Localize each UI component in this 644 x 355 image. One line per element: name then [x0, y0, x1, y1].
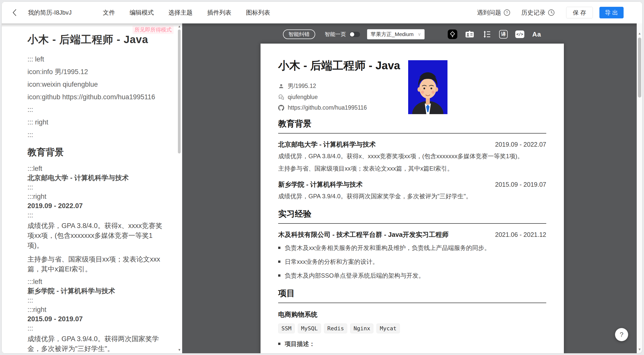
scroll-up-icon[interactable]: ▲ — [637, 31, 642, 35]
tech-tag: Redis — [324, 324, 347, 333]
document-title: 我的简历-I8JbvJ — [28, 9, 72, 17]
bullet-icon — [278, 261, 280, 263]
editor-scrollbar-thumb[interactable] — [178, 29, 181, 153]
code-button[interactable]: </> — [515, 30, 524, 38]
scroll-up-icon[interactable]: ▲ — [178, 24, 181, 28]
history-clock-icon — [548, 9, 555, 16]
project-tags: SSM MySQL Redis Nginx Mycat — [278, 324, 546, 333]
feedback-link[interactable]: 遇到问题 ? — [477, 9, 510, 17]
section-heading-internship: 实习经验 — [278, 208, 546, 224]
scroll-down-icon[interactable]: ▼ — [637, 347, 642, 351]
education-paragraph: 成绩优异，GPA 3.8/4.0。获得x、xxxx竞赛奖项xx项，(包含xxxx… — [278, 151, 546, 161]
translate-button[interactable]: 译 — [499, 30, 508, 39]
bullet-text: 负责木及内部SSO单点登录系统后端的架构与开发。 — [285, 271, 425, 281]
scroll-down-icon[interactable]: ▼ — [178, 348, 181, 352]
line-spacing-icon — [483, 30, 491, 38]
window-scrollbar[interactable]: ▲ ▼ — [637, 23, 642, 353]
editor-line[interactable]: 2019.09 - 2022.07 — [27, 202, 168, 210]
bullet-item: 负责木及xx业务相关服务的开发和重构及维护，负责线上产品端服务的同步。 — [278, 243, 546, 253]
editor-line[interactable]: icon:info 男/1995.12 — [27, 68, 168, 76]
markdown-editor-pane[interactable]: 所见即所得模式 小木 - 后端工程师 - Java ::: left icon:… — [2, 23, 182, 353]
svg-text:?: ? — [506, 11, 508, 15]
font-select[interactable]: 苹果方正_Medium ∨ — [367, 29, 425, 39]
editor-line[interactable]: ::: — [27, 325, 168, 332]
editor-line[interactable]: 新乡学院 - 计算机科学与技术 — [27, 287, 168, 295]
person-icon — [278, 83, 284, 89]
app-header: 我的简历-I8JbvJ 文件 编辑模式 选择主题 插件列表 图标列表 遇到问题 … — [2, 2, 642, 23]
contact-text: 男/1995.12 — [288, 82, 316, 90]
bullet-item: 项目描述： — [278, 339, 546, 349]
smart-correct-button[interactable]: 智能纠错 — [283, 29, 315, 39]
theme-diamond-icon — [449, 31, 456, 38]
toggle-knob — [350, 32, 354, 37]
menu-theme[interactable]: 选择主题 — [168, 9, 192, 17]
date-range: 2021.06 - 2021.12 — [495, 231, 546, 238]
font-select-value: 苹果方正_Medium — [371, 31, 413, 38]
editor-line[interactable]: ::: — [27, 106, 168, 113]
resume-photo — [408, 60, 447, 114]
editor-heading2-education[interactable]: 教育背景 — [27, 146, 168, 158]
menu-icons[interactable]: 图标列表 — [246, 9, 270, 17]
editor-line[interactable]: icon:github https://github.com/hua199511… — [27, 93, 168, 101]
preview-pane: 智能纠错 智能一页 苹果方正_Medium ∨ — [182, 23, 642, 353]
editor-line[interactable]: icon:weixin qiufengblue — [27, 81, 168, 88]
editor-line[interactable]: :::left — [27, 278, 168, 285]
preview-toolbar: 智能纠错 智能一页 苹果方正_Medium ∨ — [182, 23, 642, 42]
project-name: 电商购物系统 — [278, 310, 546, 319]
editor-line[interactable]: ::: left — [27, 56, 168, 63]
wechat-icon — [278, 94, 284, 100]
github-icon — [278, 105, 284, 111]
editor-paragraph[interactable]: 成绩优异，GPA 3.8/4.0。获得x、xxxx竞赛奖项xx项，(包含xxxx… — [27, 221, 168, 250]
export-button[interactable]: 导 出 — [599, 7, 624, 18]
editor-line[interactable]: ::: right — [27, 119, 168, 126]
menu-file[interactable]: 文件 — [103, 9, 115, 17]
education-paragraph: 主持参与省、国家级项目xx项；发表论文xxx篇，其中x篇EI索引。 — [278, 163, 546, 174]
project-desc-label: 项目描述： — [285, 339, 315, 349]
editor-scrollbar[interactable]: ▲ ▼ — [177, 23, 182, 353]
editor-line[interactable]: 北京邮电大学 - 计算机科学与技术 — [27, 174, 168, 182]
preview-toolbar-icons: 译 </> Aa — [448, 29, 541, 39]
company-title: 木及科技有限公司 - 技术工程平台群 - Java开发实习工程师 — [278, 230, 448, 239]
app-window: 我的简历-I8JbvJ 文件 编辑模式 选择主题 插件列表 图标列表 遇到问题 … — [2, 2, 642, 353]
back-chevron-icon — [12, 9, 17, 16]
help-button[interactable]: ? — [615, 328, 628, 341]
smart-one-page-toggle[interactable] — [349, 32, 360, 37]
id-card-button[interactable] — [465, 29, 474, 39]
date-range: 2019.09 - 2022.07 — [495, 141, 546, 148]
school-title: 北京邮电大学 - 计算机科学与技术 — [278, 140, 376, 149]
contact-text: https://github.com/hua1995116 — [288, 104, 367, 111]
editor-line[interactable]: 2015.09 - 2019.07 — [27, 315, 168, 323]
chevron-down-icon: ∨ — [418, 31, 421, 37]
school-title: 新乡学院 - 计算机科学与技术 — [278, 180, 363, 189]
menu-edit-mode[interactable]: 编辑模式 — [130, 9, 154, 17]
back-button[interactable] — [12, 8, 22, 18]
editor-heading1[interactable]: 小木 - 后端工程师 - Java — [27, 33, 168, 47]
section-heading-project: 项目 — [278, 288, 546, 303]
editor-line[interactable]: ::: — [27, 131, 168, 139]
bullet-icon — [278, 343, 280, 345]
editor-paragraph[interactable]: 主持参与省、国家级项目xx项；发表论文xxx篇，其中x篇EI索引。 — [27, 254, 168, 274]
project-description: 是一个完整的电商购物系统。主要功能是xxxx，在其中负责服务器架构,后端开发。主… — [285, 353, 546, 353]
bullet-item: 日常xxx业务的分析和方案的设计。 — [278, 257, 546, 267]
contact-text: qiufengblue — [288, 94, 318, 101]
window-scrollbar-thumb[interactable] — [638, 38, 641, 98]
theme-color-button[interactable] — [448, 29, 457, 39]
editor-line[interactable]: ::: — [27, 212, 168, 219]
menu-plugins[interactable]: 插件列表 — [207, 9, 231, 17]
editor-line[interactable]: :::left — [27, 165, 168, 172]
tech-tag: Mycat — [376, 324, 400, 333]
editor-line[interactable]: :::right — [27, 306, 168, 313]
font-size-button[interactable]: Aa — [532, 29, 541, 39]
education-row: 北京邮电大学 - 计算机科学与技术 2019.09 - 2022.07 — [278, 140, 546, 149]
tech-tag: SSM — [278, 324, 295, 333]
save-button[interactable]: 保 存 — [566, 7, 593, 18]
history-link[interactable]: 历史记录 — [521, 9, 555, 17]
editor-line[interactable]: ::: — [27, 184, 168, 191]
editor-paragraph[interactable]: 成绩优异，GPA 3.9/4.0。获得两次国家奖学金，多次被评为"三好学生"。 — [27, 334, 168, 353]
bullet-text: 日常xxx业务的分析和方案的设计。 — [285, 257, 378, 267]
question-circle-icon: ? — [504, 9, 510, 16]
section-heading-education: 教育背景 — [278, 118, 546, 134]
editor-line[interactable]: :::right — [27, 193, 168, 200]
editor-line[interactable]: ::: — [27, 297, 168, 304]
line-spacing-button[interactable] — [482, 29, 492, 39]
